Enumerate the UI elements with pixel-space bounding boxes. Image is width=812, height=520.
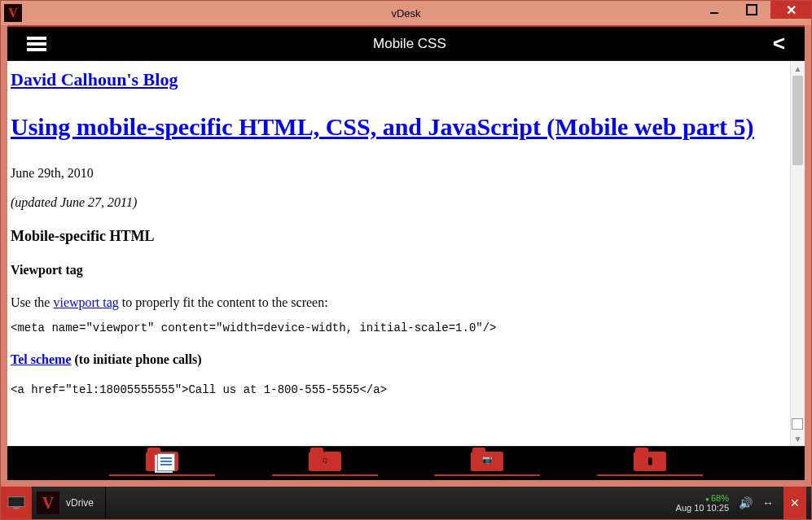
maximize-button[interactable] xyxy=(733,1,770,19)
article-updated: (updated June 27, 2011) xyxy=(11,195,785,210)
article-title-link[interactable]: Using mobile-specific HTML, CSS, and Jav… xyxy=(11,113,785,142)
code-tel-anchor: <a href="tel:18005555555">Call us at 1-8… xyxy=(11,383,785,396)
paragraph-viewport: Use the viewport tag to properly fit the… xyxy=(11,295,785,310)
code-meta-viewport: <meta name="viewport" content="width=dev… xyxy=(11,321,785,334)
taskbar-close-button[interactable]: ✕ xyxy=(783,487,806,519)
blog-home-link[interactable]: David Calhoun's Blog xyxy=(11,69,178,90)
tel-suffix: (to initiate phone calls) xyxy=(72,352,202,366)
os-taskbar: V vDrive 68% Aug 10 10:25 🔊 ↔ ✕ xyxy=(1,487,811,519)
tab-underline xyxy=(434,474,540,476)
window-frame: V vDesk ✕ Mobile CSS < David Calhoun's B… xyxy=(0,0,812,520)
article-date: June 29th, 2010 xyxy=(11,166,785,181)
scroll-up-icon[interactable]: ▲ xyxy=(791,61,805,76)
film-icon: ▮ xyxy=(647,455,653,466)
tel-scheme-link[interactable]: Tel scheme xyxy=(11,352,72,366)
close-button[interactable]: ✕ xyxy=(770,1,811,19)
folder-photos-icon: 📷 xyxy=(471,452,503,471)
monitor-icon xyxy=(7,496,25,510)
system-tray: 68% Aug 10 10:25 🔊 ↔ ✕ xyxy=(676,487,811,519)
hamburger-icon[interactable] xyxy=(27,34,46,54)
scrollbar[interactable]: ▲ ▼ xyxy=(790,61,805,446)
app-header: Mobile CSS < xyxy=(7,27,805,61)
article-content[interactable]: David Calhoun's Blog Using mobile-specif… xyxy=(7,61,790,446)
article-title-anchor[interactable]: Using mobile-specific HTML, CSS, and Jav… xyxy=(11,113,754,140)
folder-videos-icon: ▮ xyxy=(634,452,666,471)
taskbar-app-label: vDrive xyxy=(66,497,94,509)
taskbar-app-vdrive[interactable]: V vDrive xyxy=(32,487,106,519)
folder-music-icon: ♫ xyxy=(309,452,341,471)
clock: Aug 10 10:25 xyxy=(676,503,729,513)
heading-mobile-html: Mobile-specific HTML xyxy=(11,228,785,245)
folder-documents-icon xyxy=(146,452,178,471)
client-area: Mobile CSS < David Calhoun's Blog Using … xyxy=(7,25,805,480)
volume-icon[interactable]: 🔊 xyxy=(739,496,753,509)
expand-tray-icon[interactable]: ↔ xyxy=(762,496,774,509)
app-icon: V xyxy=(4,4,22,22)
svg-rect-1 xyxy=(13,508,19,509)
svg-rect-0 xyxy=(8,497,24,507)
tab-documents[interactable] xyxy=(109,452,215,476)
window-controls: ✕ xyxy=(696,1,811,25)
text-use-suffix: to properly fit the content to the scree… xyxy=(119,295,328,309)
titlebar[interactable]: V vDesk ✕ xyxy=(1,1,811,25)
battery-percent: 68% xyxy=(705,493,729,504)
back-chevron-icon[interactable]: < xyxy=(773,31,785,56)
heading-tel-scheme: Tel scheme (to initiate phone calls) xyxy=(11,352,785,367)
scroll-checkbox[interactable] xyxy=(792,418,803,430)
scroll-down-icon[interactable]: ▼ xyxy=(791,431,805,446)
tab-underline xyxy=(272,474,378,476)
music-note-icon: ♫ xyxy=(322,455,328,465)
tab-underline xyxy=(597,474,703,476)
vdrive-icon: V xyxy=(37,492,59,514)
start-button[interactable] xyxy=(1,487,32,519)
content-wrap: David Calhoun's Blog Using mobile-specif… xyxy=(7,61,805,446)
tab-videos[interactable]: ▮ xyxy=(597,452,703,476)
tab-photos[interactable]: 📷 xyxy=(434,452,540,476)
text-use-prefix: Use the xyxy=(11,295,53,309)
bottom-tab-bar: ♫ 📷 ▮ xyxy=(7,446,805,480)
tab-music[interactable]: ♫ xyxy=(272,452,378,476)
heading-viewport: Viewport tag xyxy=(11,263,785,277)
tab-underline xyxy=(109,474,215,476)
window-title: vDesk xyxy=(391,7,420,20)
battery-status[interactable]: 68% Aug 10 10:25 xyxy=(676,493,729,513)
minimize-button[interactable] xyxy=(696,1,733,19)
camera-icon: 📷 xyxy=(482,455,492,464)
scroll-thumb[interactable] xyxy=(792,76,803,165)
viewport-tag-link[interactable]: viewport tag xyxy=(53,295,118,309)
page-title: Mobile CSS xyxy=(46,36,773,52)
